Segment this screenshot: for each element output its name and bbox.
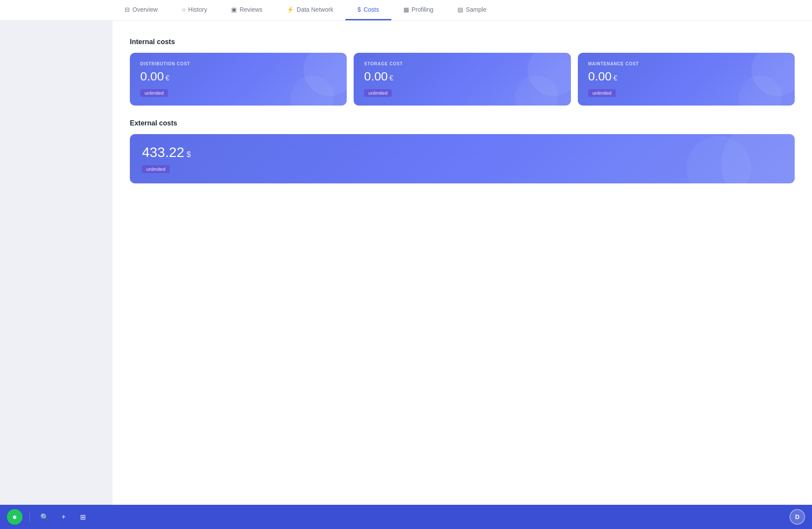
cost-cards-grid: DISTRIBUTION COST 0.00 € unlimited STORA…: [130, 53, 795, 106]
home-icon: ●: [13, 513, 17, 522]
cost-card-label-2: MAINTENANCE COST: [588, 61, 784, 66]
reviews-icon: ▣: [231, 6, 237, 13]
top-navigation: ⊟Overview○History▣Reviews⚡Data Network$C…: [0, 0, 812, 21]
nav-tab-label-history: History: [188, 6, 207, 13]
cost-card-1: STORAGE COST 0.00 € unlimited: [354, 53, 570, 106]
grid-button[interactable]: ⊞: [75, 509, 90, 525]
cost-card-label-1: STORAGE COST: [364, 61, 560, 66]
add-icon: +: [61, 513, 65, 521]
cost-card-currency-0: €: [166, 74, 170, 82]
profiling-icon: ▦: [403, 6, 409, 13]
external-cost-value: 433.22 $: [142, 144, 783, 160]
cost-card-2: MAINTENANCE COST 0.00 € unlimited: [578, 53, 795, 106]
overview-icon: ⊟: [125, 6, 130, 13]
nav-tab-overview[interactable]: ⊟Overview: [113, 0, 170, 20]
main-content: Internal costs DISTRIBUTION COST 0.00 € …: [113, 21, 812, 505]
grid-icon: ⊞: [80, 513, 86, 521]
cost-card-badge-1: unlimited: [364, 89, 392, 97]
cost-card-currency-2: €: [613, 74, 617, 82]
taskbar-divider-1: [29, 512, 30, 522]
cost-card-number-2: 0.00: [588, 70, 612, 83]
search-icon: 🔍: [40, 513, 49, 521]
main-layout: Internal costs DISTRIBUTION COST 0.00 € …: [0, 21, 812, 505]
nav-tab-label-overview: Overview: [132, 6, 158, 13]
nav-tab-label-data-network: Data Network: [296, 6, 333, 13]
nav-tab-label-profiling: Profiling: [412, 6, 434, 13]
external-cost-currency: $: [187, 150, 191, 159]
nav-tab-history[interactable]: ○History: [170, 0, 219, 20]
nav-tab-label-sample: Sample: [466, 6, 486, 13]
external-cost-number: 433.22: [142, 144, 184, 160]
cost-card-number-0: 0.00: [140, 70, 164, 83]
external-costs-title: External costs: [130, 119, 795, 127]
cost-card-0: DISTRIBUTION COST 0.00 € unlimited: [130, 53, 347, 106]
history-icon: ○: [182, 6, 185, 13]
search-button[interactable]: 🔍: [37, 509, 52, 525]
nav-tab-data-network[interactable]: ⚡Data Network: [274, 0, 345, 20]
nav-tab-costs[interactable]: $Costs: [345, 0, 391, 20]
nav-tab-label-reviews: Reviews: [239, 6, 262, 13]
nav-tab-sample[interactable]: ▤Sample: [445, 0, 498, 20]
cost-card-label-0: DISTRIBUTION COST: [140, 61, 336, 66]
cost-card-value-2: 0.00 €: [588, 70, 784, 83]
internal-costs-title: Internal costs: [130, 38, 795, 46]
cost-card-value-0: 0.00 €: [140, 70, 336, 83]
taskbar: ● 🔍 + ⊞ D: [0, 505, 812, 529]
cost-card-value-1: 0.00 €: [364, 70, 560, 83]
costs-icon: $: [358, 6, 361, 13]
cost-card-number-1: 0.00: [364, 70, 388, 83]
cost-card-badge-0: unlimited: [140, 89, 168, 97]
external-cost-badge: unlimited: [142, 165, 170, 173]
cost-card-currency-1: €: [390, 74, 393, 82]
nav-tab-reviews[interactable]: ▣Reviews: [219, 0, 274, 20]
cost-card-badge-2: unlimited: [588, 89, 616, 97]
user-avatar[interactable]: D: [789, 509, 805, 525]
nav-tab-label-costs: Costs: [364, 6, 379, 13]
sample-icon: ▤: [458, 6, 463, 13]
home-button[interactable]: ●: [7, 509, 23, 525]
add-button[interactable]: +: [56, 509, 71, 525]
nav-tab-profiling[interactable]: ▦Profiling: [391, 0, 446, 20]
external-cost-card: 433.22 $ unlimited: [130, 134, 795, 183]
data-network-icon: ⚡: [287, 6, 294, 13]
sidebar: [0, 21, 113, 505]
